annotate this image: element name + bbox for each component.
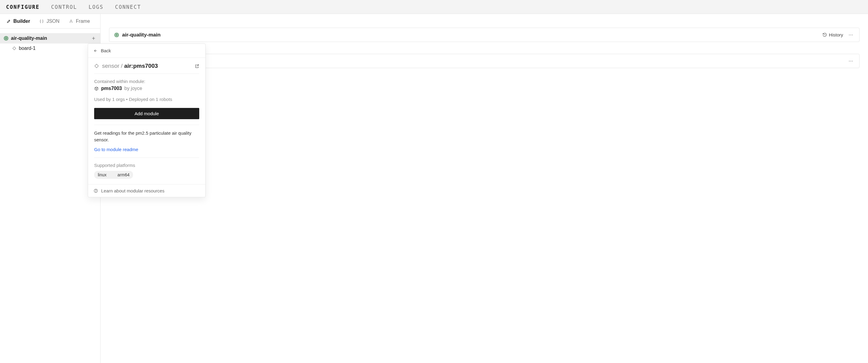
nav-configure[interactable]: CONFIGURE bbox=[6, 4, 39, 10]
history-label: History bbox=[829, 32, 843, 37]
popover-back-label: Back bbox=[101, 48, 111, 53]
nav-connect[interactable]: CONNECT bbox=[115, 4, 141, 10]
tree-item-label: board-1 bbox=[19, 46, 35, 51]
machine-card-title: air-quality-main bbox=[122, 32, 161, 38]
module-readme-link[interactable]: Go to module readme bbox=[94, 147, 138, 152]
module-description: Get readings for the pm2.5 particulate a… bbox=[94, 130, 199, 143]
breadcrumb-prefix: sensor / bbox=[102, 63, 124, 69]
external-link-icon[interactable] bbox=[195, 64, 199, 68]
popover-breadcrumb: sensor / air:pms7003 bbox=[102, 63, 158, 69]
radio-icon bbox=[4, 36, 8, 41]
arrow-left-icon bbox=[94, 49, 98, 53]
secondary-card: ··· bbox=[109, 54, 860, 68]
tab-builder-label: Builder bbox=[13, 19, 30, 24]
module-row: pms7003 by joyce bbox=[94, 86, 199, 91]
platform-os: linux bbox=[94, 171, 112, 179]
radio-icon bbox=[114, 32, 119, 37]
tree-root-air-quality-main[interactable]: air-quality-main bbox=[0, 33, 100, 44]
machine-card-menu[interactable]: ··· bbox=[847, 32, 854, 38]
module-stats: Used by 1 orgs • Deployed on 1 robots bbox=[94, 97, 199, 102]
wrench-icon bbox=[6, 19, 11, 24]
braces-icon bbox=[39, 19, 44, 24]
machine-card: air-quality-main History ··· bbox=[109, 28, 860, 42]
frame-icon bbox=[69, 19, 73, 24]
sidebar-tabs: Builder JSON Frame bbox=[0, 14, 100, 29]
sidebar: Builder JSON Frame air-quality-main bbox=[0, 14, 100, 363]
module-name: pms7003 bbox=[101, 86, 122, 91]
nav-control[interactable]: CONTROL bbox=[51, 4, 77, 10]
history-button[interactable]: History bbox=[823, 32, 843, 37]
package-icon bbox=[94, 86, 99, 91]
svg-point-3 bbox=[116, 34, 117, 35]
platform-arch: arm64 bbox=[112, 171, 133, 179]
tab-json-label: JSON bbox=[46, 19, 60, 24]
secondary-card-menu[interactable]: ··· bbox=[847, 58, 854, 64]
tab-json[interactable]: JSON bbox=[39, 19, 60, 24]
contained-label: Contained within module: bbox=[94, 79, 199, 84]
content-area: air-quality-main History ··· ··· bbox=[100, 14, 868, 363]
module-author: by joyce bbox=[125, 86, 143, 91]
platforms-label: Supported platforms bbox=[94, 163, 199, 168]
learn-modular-link[interactable]: Learn about modular resources bbox=[88, 184, 205, 197]
question-circle-icon bbox=[94, 189, 98, 193]
diamond-icon bbox=[94, 63, 99, 68]
tree-root-label: air-quality-main bbox=[11, 35, 47, 41]
component-tree: air-quality-main board-1 bbox=[0, 29, 100, 53]
platform-tag: linux arm64 bbox=[94, 171, 133, 179]
add-component-button[interactable] bbox=[91, 35, 97, 41]
svg-point-0 bbox=[6, 38, 7, 39]
diamond-icon bbox=[12, 46, 17, 51]
tab-builder[interactable]: Builder bbox=[6, 19, 30, 24]
popover-back-button[interactable]: Back bbox=[88, 44, 205, 58]
tree-item-board-1[interactable]: board-1 bbox=[0, 44, 100, 53]
top-nav: CONFIGURE CONTROL LOGS CONNECT bbox=[0, 0, 868, 14]
breadcrumb-name: air:pms7003 bbox=[124, 63, 158, 69]
learn-modular-label: Learn about modular resources bbox=[101, 188, 164, 193]
tab-frame[interactable]: Frame bbox=[69, 19, 90, 24]
module-detail-popover: Back sensor / air:pms7003 Contained with… bbox=[88, 44, 206, 197]
add-module-button[interactable]: Add module bbox=[94, 108, 199, 119]
svg-point-7 bbox=[96, 192, 96, 192]
tab-frame-label: Frame bbox=[76, 19, 90, 24]
nav-logs[interactable]: LOGS bbox=[89, 4, 103, 10]
history-icon bbox=[823, 32, 827, 37]
